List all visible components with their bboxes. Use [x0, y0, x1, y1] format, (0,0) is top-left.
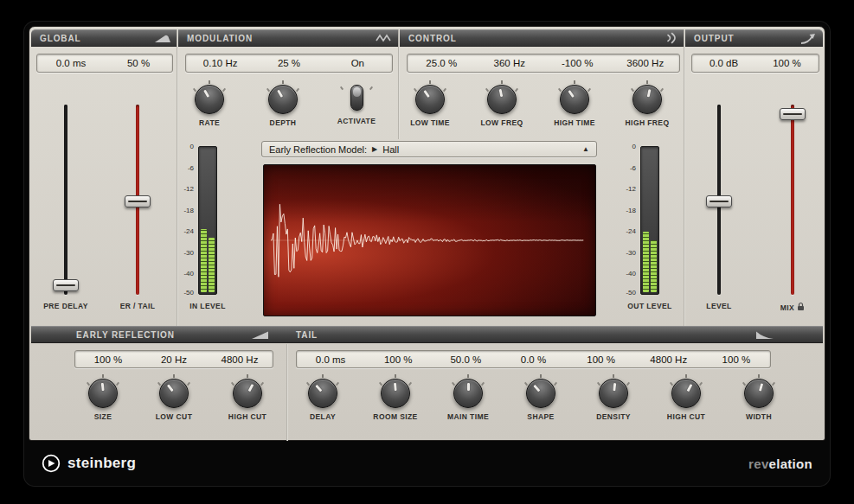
output-section-header: OUTPUT — [685, 29, 823, 47]
er-high-cut-value[interactable]: 4800 Hz — [207, 351, 273, 367]
low-freq-knob[interactable]: LOW FREQ — [474, 82, 530, 127]
slider-track — [791, 105, 794, 295]
pre-delay-slider[interactable] — [53, 105, 79, 295]
tail-high-cut-knob-label: HIGH CUT — [658, 412, 714, 421]
global-value-display: 0.0 ms 50 % — [36, 54, 173, 73]
density-knob[interactable]: DENSITY — [586, 376, 641, 421]
rate-knob[interactable]: RATE — [182, 82, 237, 127]
er-low-cut-knob[interactable]: LOW CUT — [146, 376, 202, 421]
meter-bar-left — [201, 229, 207, 292]
density-knob-label: DENSITY — [586, 412, 641, 421]
shape-knob[interactable]: SHAPE — [513, 376, 568, 421]
toggle-button[interactable] — [350, 85, 363, 111]
size-value[interactable]: 100 % — [75, 351, 141, 367]
output-value-display: 0.0 dB 100 % — [691, 54, 819, 73]
knob-indicator — [266, 83, 299, 116]
in-meter-scale: 0 -6 -12 -18 -24 -30 -40 -50 — [166, 146, 196, 295]
high-freq-knob[interactable]: HIGH FREQ — [620, 82, 675, 127]
high-freq-value[interactable]: 3600 Hz — [612, 54, 680, 72]
high-time-knob[interactable]: HIGH TIME — [547, 82, 602, 127]
knob-indicator — [231, 377, 264, 410]
sound-waves-icon — [665, 32, 678, 44]
delay-knob-label: DELAY — [295, 412, 350, 421]
knob-indicator — [600, 380, 627, 407]
room-size-value[interactable]: 100 % — [364, 351, 432, 367]
delay-knob[interactable]: DELAY — [295, 376, 350, 421]
er-tail-mix-value[interactable]: 50 % — [105, 54, 172, 72]
meter-bar-right — [651, 240, 657, 292]
knob-indicator — [632, 85, 661, 113]
slider-handle[interactable] — [53, 279, 79, 291]
width-knob[interactable]: WIDTH — [731, 376, 787, 421]
delay-value[interactable]: 0.0 ms — [297, 351, 364, 367]
low-time-value[interactable]: 25.0 % — [408, 54, 476, 72]
separator — [398, 29, 400, 139]
shape-value[interactable]: 0.0 % — [499, 351, 567, 367]
product-name: revelation — [748, 456, 812, 471]
level-slider[interactable] — [706, 105, 732, 295]
low-time-knob[interactable]: LOW TIME — [402, 82, 458, 127]
knob-indicator — [305, 376, 340, 411]
level-slider-label: LEVEL — [684, 302, 754, 310]
depth-value[interactable]: 25 % — [254, 54, 323, 72]
er-model-select[interactable]: Early Reflection Model: ▶ Hall ▲ — [261, 141, 597, 157]
activate-value[interactable]: On — [324, 54, 392, 72]
high-time-value[interactable]: -100 % — [543, 54, 612, 72]
output-title: OUTPUT — [694, 34, 735, 43]
tail-high-cut-value[interactable]: 4800 Hz — [635, 351, 703, 367]
slider-handle[interactable] — [706, 195, 732, 207]
knob-indicator — [487, 85, 516, 113]
waveform — [264, 165, 595, 316]
er-high-cut-knob[interactable]: HIGH CUT — [220, 376, 275, 421]
modulation-title: MODULATION — [187, 34, 253, 43]
slider-track — [64, 105, 67, 295]
main-time-value[interactable]: 50.0 % — [432, 351, 499, 367]
ramp-up-icon — [251, 329, 270, 340]
mix-value[interactable]: 100 % — [755, 54, 819, 72]
er-high-cut-knob-label: HIGH CUT — [220, 412, 275, 421]
modulation-value-display: 0.10 Hz 25 % On — [185, 54, 393, 73]
tail-high-cut-knob[interactable]: HIGH CUT — [658, 376, 714, 421]
density-value[interactable]: 100 % — [568, 351, 635, 367]
slider-handle[interactable] — [780, 108, 806, 120]
er-low-cut-value[interactable]: 20 Hz — [141, 351, 207, 367]
activate-toggle[interactable]: ACTIVATE — [329, 80, 384, 125]
size-knob[interactable]: SIZE — [75, 376, 131, 421]
knob-indicator — [382, 380, 408, 406]
er-low-cut-knob-label: LOW CUT — [146, 412, 202, 421]
model-caret-icon[interactable]: ▲ — [582, 145, 589, 153]
room-size-knob-label: ROOM SIZE — [368, 412, 423, 421]
plugin-panel: GLOBAL MODULATION CONTROL OUTPUT — [29, 26, 825, 441]
high-freq-knob-label: HIGH FREQ — [620, 118, 675, 127]
er-model-value: Hall — [382, 144, 399, 155]
main-time-knob[interactable]: MAIN TIME — [440, 376, 496, 421]
global-title: GLOBAL — [40, 34, 81, 43]
lock-icon[interactable] — [797, 302, 805, 313]
out-meter-scale: 0 -6 -12 -18 -24 -30 -40 -50 — [608, 146, 638, 295]
activate-toggle-label: ACTIVATE — [329, 117, 384, 125]
knob-indicator — [414, 83, 447, 117]
room-size-knob[interactable]: ROOM SIZE — [368, 376, 423, 421]
rate-value[interactable]: 0.10 Hz — [186, 54, 254, 72]
out-level-meter — [640, 146, 659, 295]
pre-delay-value[interactable]: 0.0 ms — [37, 54, 105, 72]
steinberg-circle-icon — [42, 454, 61, 473]
knob-indicator — [744, 379, 774, 409]
width-value[interactable]: 100 % — [703, 351, 770, 367]
shape-knob-label: SHAPE — [513, 412, 568, 421]
depth-knob[interactable]: DEPTH — [255, 82, 311, 127]
mix-slider[interactable] — [780, 105, 806, 295]
low-freq-value[interactable]: 360 Hz — [476, 54, 544, 72]
wave-icon — [376, 33, 393, 43]
model-arrow-icon: ▶ — [372, 145, 377, 153]
level-value[interactable]: 0.0 dB — [692, 54, 755, 72]
separator — [286, 344, 288, 441]
ramp-up-icon — [154, 33, 171, 43]
knob-indicator — [670, 377, 703, 410]
slider-handle[interactable] — [125, 195, 151, 207]
rate-knob-label: RATE — [182, 118, 237, 127]
er-tail-slider-label: ER / TAIL — [103, 302, 172, 310]
early-reflection-title: EARLY REFLECTION — [76, 330, 175, 340]
modulation-section-header: MODULATION — [178, 29, 400, 47]
er-tail-slider[interactable] — [125, 105, 151, 295]
